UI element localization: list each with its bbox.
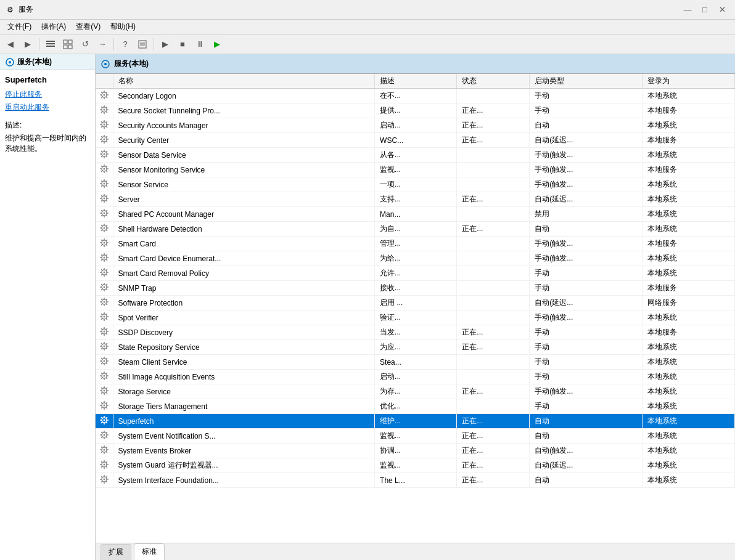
tab-standard[interactable]: 标准: [134, 543, 165, 560]
table-row[interactable]: Smart Card 管理... 手动(触发... 本地服务: [96, 237, 735, 251]
service-status: 正在...: [457, 414, 530, 429]
table-row[interactable]: Secondary Logon 在不... 手动 本地系统: [96, 89, 735, 103]
table-row[interactable]: Smart Card Device Enumerat... 为给... 手动(触…: [96, 251, 735, 266]
table-row[interactable]: System Guard 运行时监视器... 监视... 正在... 自动(延迟…: [96, 458, 735, 473]
table-row[interactable]: Shell Hardware Detection 为自... 正在... 自动 …: [96, 222, 735, 237]
view-btn-1[interactable]: [43, 36, 59, 52]
service-desc: 一项...: [375, 177, 457, 192]
restart-service-link[interactable]: 重启动此服务: [5, 102, 90, 113]
stop-service-link[interactable]: 停止此服务: [5, 89, 90, 100]
table-row[interactable]: System Interface Foundation... The L... …: [96, 473, 735, 488]
service-logon: 本地服务: [642, 237, 734, 251]
menu-action[interactable]: 操作(A): [36, 20, 71, 33]
svg-rect-98: [107, 213, 109, 214]
svg-rect-7: [139, 41, 146, 48]
table-row[interactable]: Security Center WSC... 正在... 自动(延迟... 本地…: [96, 133, 735, 148]
table-row[interactable]: Server 支持... 正在... 自动(延迟... 本地系统: [96, 192, 735, 207]
start-button[interactable]: ▶: [157, 36, 173, 52]
export-button[interactable]: →: [94, 36, 110, 52]
help-button[interactable]: ?: [117, 36, 133, 52]
service-name: System Guard 运行时监视器...: [113, 458, 375, 473]
gear-service-icon: [99, 179, 109, 189]
service-desc: 协调...: [375, 444, 457, 458]
svg-rect-198: [107, 360, 109, 362]
view-btn-2[interactable]: [60, 36, 76, 52]
service-desc: WSC...: [375, 133, 457, 148]
table-row[interactable]: Shared PC Account Manager Man... 禁用 本地系统: [96, 207, 735, 222]
properties-button[interactable]: [134, 36, 150, 52]
service-startup: 自动: [530, 414, 643, 429]
service-icon-cell: [96, 207, 113, 222]
service-status: [457, 207, 530, 222]
table-row[interactable]: System Event Notification S... 监视... 正在.…: [96, 429, 735, 444]
close-button[interactable]: ✕: [714, 2, 730, 18]
service-icon-cell: [96, 355, 113, 370]
table-row[interactable]: Security Accounts Manager 启动... 正在... 自动…: [96, 118, 735, 133]
svg-rect-160: [104, 304, 105, 306]
table-row[interactable]: Sensor Service 一项... 手动(触发... 本地系统: [96, 177, 735, 192]
table-row[interactable]: System Events Broker 协调... 正在... 自动(触发..…: [96, 444, 735, 458]
table-row[interactable]: Spot Verifier 验证... 手动(触发... 本地系统: [96, 310, 735, 325]
service-startup: 自动(延迟...: [530, 296, 643, 310]
table-row[interactable]: State Repository Service 为应... 正在... 手动 …: [96, 340, 735, 355]
service-startup: 自动: [530, 429, 643, 444]
table-row[interactable]: Sensor Monitoring Service 监视... 手动(触发...…: [96, 163, 735, 177]
tab-expand[interactable]: 扩展: [101, 544, 131, 560]
svg-rect-50: [104, 142, 105, 144]
service-icon-cell: [96, 325, 113, 340]
service-icon-cell: [96, 414, 113, 429]
col-logon[interactable]: 登录为: [642, 74, 734, 89]
svg-rect-276: [104, 475, 105, 477]
refresh-button[interactable]: ↺: [77, 36, 93, 52]
table-row[interactable]: Storage Service 为存... 正在... 手动(触发... 本地系…: [96, 384, 735, 399]
svg-rect-20: [104, 97, 105, 99]
table-row[interactable]: Smart Card Removal Policy 允许... 手动 本地系统: [96, 266, 735, 281]
service-logon: 本地系统: [642, 473, 734, 488]
gear-service-icon: [99, 282, 109, 292]
table-row[interactable]: Steam Client Service Stea... 手动 本地系统: [96, 355, 735, 370]
table-row[interactable]: SSDP Discovery 当发... 正在... 手动 本地服务: [96, 325, 735, 340]
svg-rect-0: [46, 41, 55, 42]
col-status[interactable]: 状态: [457, 74, 530, 89]
col-startup[interactable]: 启动类型: [530, 74, 643, 89]
left-panel-header-label: 服务(本地): [17, 57, 52, 67]
col-name[interactable]: 名称: [113, 74, 375, 89]
minimize-button[interactable]: —: [680, 2, 696, 18]
desc-label: 描述:: [5, 120, 90, 131]
svg-rect-86: [104, 194, 105, 196]
table-row[interactable]: Superfetch 维护... 正在... 自动 本地系统: [96, 414, 735, 429]
svg-rect-156: [104, 298, 105, 299]
services-table-container[interactable]: 名称 描述 状态 启动类型 登录为: [96, 74, 735, 543]
col-desc[interactable]: 描述: [375, 74, 457, 89]
table-row[interactable]: Software Protection 启用 ... 自动(延迟... 网络服务: [96, 296, 735, 310]
service-startup: 自动(延迟...: [530, 458, 643, 473]
table-row[interactable]: Storage Tiers Management 优化... 手动 本地系统: [96, 399, 735, 414]
maximize-button[interactable]: □: [697, 2, 713, 18]
service-startup: 手动: [530, 281, 643, 296]
table-row[interactable]: Still Image Acquisition Events 启动... 手动 …: [96, 370, 735, 384]
menu-file[interactable]: 文件(F): [2, 20, 36, 33]
service-desc: 监视...: [375, 458, 457, 473]
table-row[interactable]: Secure Socket Tunneling Pro... 提供... 正在.…: [96, 103, 735, 118]
svg-rect-122: [100, 242, 102, 243]
service-name: Shared PC Account Manager: [113, 207, 375, 222]
service-icon-cell: [96, 192, 113, 207]
menu-help[interactable]: 帮助(H): [105, 20, 141, 33]
svg-rect-170: [104, 319, 105, 321]
table-row[interactable]: Sensor Data Service 从各... 手动(触发... 本地系统: [96, 148, 735, 163]
pause-button[interactable]: ⏸: [192, 36, 208, 52]
gear-service-icon: [99, 253, 109, 262]
stop-button[interactable]: ■: [175, 36, 191, 52]
menu-bar: 文件(F) 操作(A) 查看(V) 帮助(H): [0, 20, 735, 34]
gear-service-icon: [99, 208, 109, 218]
service-desc: 监视...: [375, 429, 457, 444]
table-row[interactable]: SNMP Trap 接收... 手动 本地服务: [96, 281, 735, 296]
service-status: [457, 355, 530, 370]
restart-button[interactable]: ▶: [209, 36, 225, 52]
service-desc: 接收...: [375, 281, 457, 296]
menu-view[interactable]: 查看(V): [71, 20, 105, 33]
service-name: Spot Verifier: [113, 310, 375, 325]
back-button[interactable]: ◀: [2, 36, 18, 52]
forward-button[interactable]: ▶: [20, 36, 36, 52]
service-name: State Repository Service: [113, 340, 375, 355]
